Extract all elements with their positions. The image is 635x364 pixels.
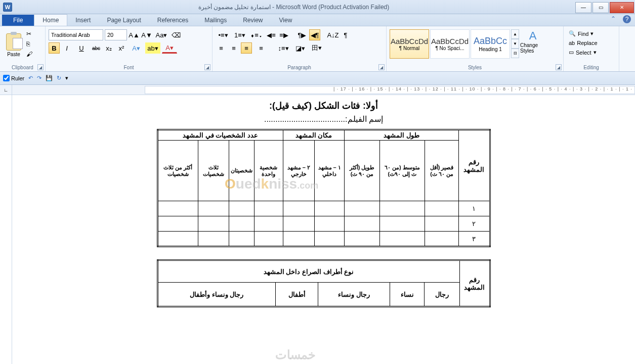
copy-icon[interactable]: ⎘ bbox=[26, 40, 35, 50]
window-controls: — ▭ ✕ bbox=[575, 1, 635, 13]
subscript-button[interactable]: x₂ bbox=[103, 42, 114, 54]
change-case-button[interactable]: Aa▾ bbox=[154, 29, 169, 40]
superscript-button[interactable]: x² bbox=[116, 42, 127, 54]
bullets-button[interactable]: •≡▾ bbox=[216, 29, 231, 40]
len-mid: متوسط (من ٦٠ ث إلى ٩٠ث) bbox=[379, 141, 425, 201]
tab-selector[interactable]: ∟ bbox=[0, 85, 12, 95]
align-left-button[interactable]: ≡ bbox=[216, 42, 227, 54]
text-effects-button[interactable]: A▾ bbox=[129, 42, 144, 54]
align-center-button[interactable]: ≡ bbox=[228, 42, 239, 54]
file-tab[interactable]: File bbox=[2, 15, 34, 26]
tab-view[interactable]: View bbox=[271, 15, 301, 26]
ch-two: شخصيتان bbox=[229, 141, 254, 201]
grow-font-button[interactable]: A▲ bbox=[129, 29, 140, 40]
group-styles: AaBbCcDd ¶ Normal AaBbCcDd ¶ No Spaci...… bbox=[387, 26, 564, 71]
align-right-button[interactable]: ≡ bbox=[241, 42, 252, 54]
find-button[interactable]: 🔍Find ▾ bbox=[567, 29, 616, 38]
clear-formatting-button[interactable]: ⌫ bbox=[171, 29, 182, 40]
replace-icon: ab bbox=[569, 40, 575, 46]
tab-review[interactable]: Review bbox=[235, 15, 271, 26]
undo-button[interactable]: ↶ bbox=[28, 75, 33, 81]
scene-analysis-table[interactable]: رقم المشهد طول المشهد مكان المشهد عدد ال… bbox=[157, 129, 491, 247]
decrease-indent-button[interactable]: ◀≡ bbox=[266, 29, 277, 40]
clipboard-launcher[interactable]: ◢ bbox=[37, 64, 44, 70]
paragraph-launcher[interactable]: ◢ bbox=[378, 64, 385, 70]
style-up-button[interactable]: ▲ bbox=[511, 29, 519, 39]
tab-home[interactable]: Home bbox=[34, 14, 67, 26]
tab-page-layout[interactable]: Page Layout bbox=[99, 15, 149, 26]
refresh-button[interactable]: ↻ bbox=[57, 75, 61, 81]
rtl-direction-button[interactable]: ◀¶ bbox=[309, 29, 320, 40]
table-row[interactable]: ١ bbox=[157, 201, 490, 216]
multilevel-button[interactable]: ⬧≡▾ bbox=[249, 29, 264, 40]
ltr-direction-button[interactable]: ¶▶ bbox=[297, 29, 308, 40]
style-name: Heading 1 bbox=[479, 47, 502, 52]
minimize-ribbon-icon[interactable]: ⌃ bbox=[611, 15, 619, 23]
tab-references[interactable]: References bbox=[149, 15, 196, 26]
cut-icon[interactable]: ✂ bbox=[26, 30, 35, 39]
format-painter-icon[interactable]: 🖌 bbox=[26, 51, 35, 60]
len-short: قصير (أقل من ٦٠ ث) bbox=[425, 141, 459, 201]
ruler-checkbox[interactable]: Ruler bbox=[3, 75, 24, 81]
find-icon: 🔍 bbox=[569, 30, 576, 37]
tab-insert[interactable]: Insert bbox=[67, 15, 99, 26]
sort-button[interactable]: A↓Z bbox=[327, 29, 338, 40]
find-label: Find bbox=[578, 31, 588, 37]
ribbon-tabs: File Home Insert Page Layout References … bbox=[0, 14, 635, 26]
style-down-button[interactable]: ▼ bbox=[511, 39, 519, 49]
font-launcher[interactable]: ◢ bbox=[204, 64, 210, 70]
borders-button[interactable]: 田▾ bbox=[309, 42, 324, 54]
document-page[interactable]: أولا: فئات الشكل (كيف قيل): إسم الفيلم:.… bbox=[147, 95, 501, 312]
vertical-ruler[interactable] bbox=[0, 95, 12, 364]
bold-button[interactable]: B bbox=[49, 42, 60, 54]
minimize-button[interactable]: — bbox=[575, 2, 591, 13]
underline-button[interactable]: U bbox=[74, 42, 89, 54]
strikethrough-button[interactable]: abc bbox=[91, 42, 102, 54]
style-name: ¶ Normal bbox=[399, 46, 419, 51]
conflict-parties-table[interactable]: رقم المشهد نوع أطراف الصراع داخل المشهد … bbox=[157, 259, 491, 307]
numbering-button[interactable]: 1≡▾ bbox=[232, 29, 247, 40]
select-button[interactable]: ▭Select ▾ bbox=[567, 48, 616, 57]
style-no-spacing[interactable]: AaBbCcDd ¶ No Spaci... bbox=[430, 29, 470, 59]
col-char-count: عدد الشخصيات في المشهد bbox=[157, 130, 283, 141]
font-color-button[interactable]: A▾ bbox=[162, 42, 177, 54]
shrink-font-button[interactable]: A▼ bbox=[141, 29, 152, 40]
show-marks-button[interactable]: ¶ bbox=[340, 29, 351, 40]
table-row[interactable]: ٢ bbox=[157, 216, 490, 232]
shading-button[interactable]: ◪▾ bbox=[292, 42, 308, 54]
table-row[interactable]: ٣ bbox=[157, 232, 490, 247]
select-icon: ▭ bbox=[569, 49, 574, 56]
group-paragraph: •≡▾ 1≡▾ ⬧≡▾ ◀≡ ≡▶ ¶▶ ◀¶ A↓Z ¶ ≡ ≡ ≡ ≡ ↕≡… bbox=[213, 26, 387, 71]
window-title: استمارة تحليل مضمون أخيرة - Microsoft Wo… bbox=[12, 4, 575, 11]
font-size-input[interactable] bbox=[105, 29, 127, 40]
ruler-ticks: · 1 · | · 1 · | · 2 · | · 3 · | · 4 · | … bbox=[333, 86, 632, 92]
style-preview: AaBbCc bbox=[474, 36, 507, 47]
style-heading-1[interactable]: AaBbCc Heading 1 bbox=[471, 29, 510, 59]
paste-button[interactable]: Paste bbox=[3, 27, 24, 63]
ruler-area: ∟ · 1 · | · 1 · | · 2 · | · 3 · | · 4 · … bbox=[0, 85, 635, 95]
group-label-paragraph: Paragraph bbox=[213, 65, 386, 70]
style-normal[interactable]: AaBbCcDd ¶ Normal bbox=[390, 29, 429, 59]
maximize-button[interactable]: ▭ bbox=[592, 2, 609, 13]
save-button[interactable]: 💾 bbox=[46, 75, 53, 81]
place-in: ١ – مشهد داخلي bbox=[314, 141, 344, 201]
increase-indent-button[interactable]: ≡▶ bbox=[278, 29, 289, 40]
style-more-button[interactable]: ⊟ bbox=[511, 49, 519, 58]
replace-button[interactable]: abReplace bbox=[567, 39, 616, 47]
line-spacing-button[interactable]: ↕≡▾ bbox=[276, 42, 291, 54]
styles-launcher[interactable]: ◢ bbox=[556, 64, 562, 70]
document-scroll[interactable]: Ouedkniss.com خمسات أولا: فئات الشكل (كي… bbox=[12, 95, 635, 364]
justify-button[interactable]: ≡ bbox=[253, 42, 269, 54]
change-styles-button[interactable]: A Change Styles bbox=[520, 29, 545, 54]
style-gallery-nav: ▲ ▼ ⊟ bbox=[511, 29, 519, 58]
horizontal-ruler[interactable]: · 1 · | · 1 · | · 2 · | · 3 · | · 4 · | … bbox=[145, 86, 635, 94]
ribbon: Paste ✂ ⎘ 🖌 Clipboard ◢ A▲ A▼ Aa▾ ⌫ B I bbox=[0, 26, 635, 72]
tab-mailings[interactable]: Mailings bbox=[196, 15, 235, 26]
font-name-input[interactable] bbox=[49, 29, 103, 40]
close-button[interactable]: ✕ bbox=[610, 2, 634, 13]
qat-more-button[interactable]: ▾ bbox=[65, 75, 68, 81]
redo-button[interactable]: ↷ bbox=[37, 75, 41, 81]
highlight-button[interactable]: ab▾ bbox=[145, 42, 160, 54]
italic-button[interactable]: I bbox=[61, 42, 72, 54]
help-icon[interactable]: ? bbox=[623, 15, 631, 23]
